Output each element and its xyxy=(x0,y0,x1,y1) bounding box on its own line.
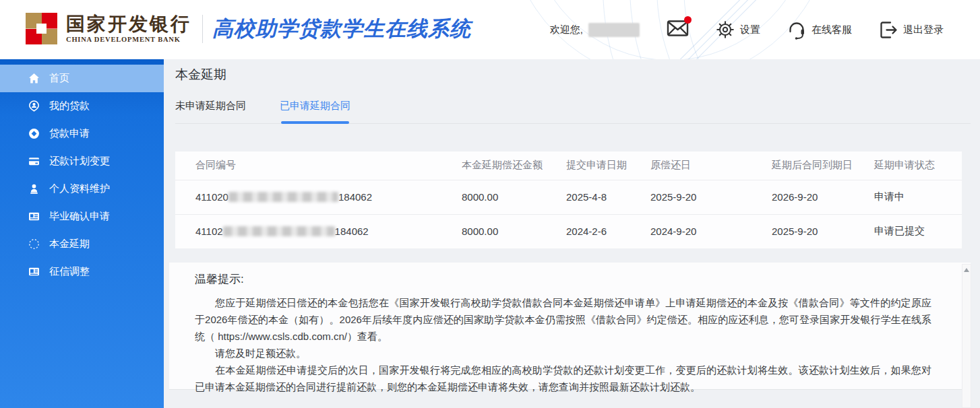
loan-apply-icon xyxy=(28,128,40,139)
sidebar-item-label: 我的贷款 xyxy=(49,100,90,112)
contract-number-cell: 41102184062 xyxy=(175,214,462,248)
contract-suffix: 184062 xyxy=(338,191,372,203)
amount-cell: 8000.00 xyxy=(462,180,566,214)
sidebar-item-repayment-plan[interactable]: 还款计划变更 xyxy=(0,147,164,175)
col-contract-number: 合同编号 xyxy=(175,151,462,180)
online-service-label: 在线客服 xyxy=(811,24,852,36)
status-cell: 申请中 xyxy=(874,180,962,214)
logout-icon xyxy=(879,21,898,39)
top-header: 国家开发银行 CHINA DEVELOPMENT BANK 高校助学贷款学生在线… xyxy=(0,0,980,59)
graduation-card-icon xyxy=(28,211,40,222)
contract-redacted-segment xyxy=(223,226,335,236)
notice-paragraph: 在本金延期偿还申请提交后的次日，国家开发银行将完成您相应的高校助学贷款的还款计划… xyxy=(195,362,931,395)
bank-name-en: CHINA DEVELOPMENT BANK xyxy=(66,36,191,43)
sidebar-item-label: 本金延期 xyxy=(49,238,90,250)
sidebar-item-graduation-confirm[interactable]: 毕业确认申请 xyxy=(0,203,164,230)
profile-icon xyxy=(28,183,40,195)
deferment-table-card: 合同编号 本金延期偿还金额 提交申请日期 原偿还日 延期后合同到期日 延期申请状… xyxy=(175,151,962,248)
contract-number-cell: 411020184062 xyxy=(175,180,462,214)
principal-deferment-icon xyxy=(28,238,40,250)
col-deferred-amount: 本金延期偿还金额 xyxy=(462,151,566,180)
table-row: 411020184062 8000.00 2025-4-8 2025-9-20 … xyxy=(175,180,962,214)
sidebar-item-principal-deferment[interactable]: 本金延期 xyxy=(0,230,164,258)
home-icon xyxy=(28,73,40,84)
credit-adjust-icon xyxy=(28,266,40,277)
sidebar-item-profile[interactable]: 个人资料维护 xyxy=(0,175,164,203)
amount-cell: 8000.00 xyxy=(462,214,566,248)
notice-paragraph: 您应于延期偿还日偿还的本金包括您在《国家开发银行高校助学贷款借款合同本金延期偿还… xyxy=(195,294,931,345)
sidebar-item-my-loans[interactable]: 我的贷款 xyxy=(0,92,164,120)
mail-button[interactable] xyxy=(667,20,689,40)
sidebar-nav: 首页 我的贷款 贷款申请 还款计划变更 个人资料维护 xyxy=(0,59,164,408)
submit-date-cell: 2025-4-8 xyxy=(566,180,650,214)
sidebar-item-label: 毕业确认申请 xyxy=(49,210,110,223)
system-title: 高校助学贷款学生在线系统 xyxy=(212,15,471,43)
tab-bar: 未申请延期合同 已申请延期合同 xyxy=(175,100,971,124)
table-row: 41102184062 8000.00 2024-2-6 2024-9-20 2… xyxy=(175,214,962,248)
sidebar-item-label: 还款计划变更 xyxy=(49,155,110,168)
col-application-status: 延期申请状态 xyxy=(874,151,962,180)
tab-not-applied-contracts[interactable]: 未申请延期合同 xyxy=(175,100,246,114)
settings-label: 设置 xyxy=(740,24,760,36)
status-cell: 申请已提交 xyxy=(874,214,962,248)
contract-prefix: 411020 xyxy=(195,191,228,203)
sidebar-item-credit-adjust[interactable]: 征信调整 xyxy=(0,258,164,285)
sidebar-item-label: 贷款申请 xyxy=(49,127,90,140)
sidebar-item-label: 首页 xyxy=(49,72,69,85)
submit-date-cell: 2024-2-6 xyxy=(566,214,650,248)
original-due-cell: 2025-9-20 xyxy=(650,180,772,214)
sidebar-item-home[interactable]: 首页 xyxy=(0,65,164,92)
repayment-plan-icon xyxy=(28,156,40,167)
brand-block: 国家开发银行 CHINA DEVELOPMENT BANK 高校助学贷款学生在线… xyxy=(26,13,471,44)
user-name-redacted xyxy=(588,23,640,37)
contract-redacted-segment xyxy=(228,192,338,202)
tab-applied-contracts[interactable]: 已申请延期合同 xyxy=(280,100,350,114)
contract-suffix: 184062 xyxy=(335,226,369,237)
notice-paragraph: 请您及时足额还款。 xyxy=(195,345,931,362)
sidebar-item-label: 征信调整 xyxy=(49,265,90,278)
welcome-label: 欢迎您, xyxy=(550,24,583,36)
notice-scrollbar[interactable] xyxy=(962,264,971,408)
settings-button[interactable]: 设置 xyxy=(716,20,760,39)
col-submit-date: 提交申请日期 xyxy=(566,151,650,180)
gear-icon xyxy=(716,20,735,39)
col-extended-due-date: 延期后合同到期日 xyxy=(772,151,874,180)
logout-button[interactable]: 退出登录 xyxy=(879,21,944,39)
table-header-row: 合同编号 本金延期偿还金额 提交申请日期 原偿还日 延期后合同到期日 延期申请状… xyxy=(175,151,962,180)
main-content: 本金延期 未申请延期合同 已申请延期合同 合同编号 本金延期偿还金额 提交申请日… xyxy=(164,59,980,408)
cdb-logo-icon xyxy=(26,13,57,44)
welcome-text: 欢迎您, xyxy=(550,23,640,37)
bank-name-cn: 国家开发银行 xyxy=(66,14,191,34)
notification-dot xyxy=(684,16,692,24)
notice-title: 温馨提示: xyxy=(195,271,931,287)
contract-prefix: 41102 xyxy=(195,226,223,237)
page-title: 本金延期 xyxy=(175,66,226,83)
my-loans-icon xyxy=(28,100,40,112)
brand-divider xyxy=(202,15,203,43)
headset-icon xyxy=(787,20,806,40)
deferment-table: 合同编号 本金延期偿还金额 提交申请日期 原偿还日 延期后合同到期日 延期申请状… xyxy=(175,151,962,248)
online-service-button[interactable]: 在线客服 xyxy=(787,20,852,40)
extended-due-cell: 2026-9-20 xyxy=(772,180,874,214)
scrollbar-up-arrow-icon[interactable] xyxy=(964,268,969,272)
extended-due-cell: 2025-9-20 xyxy=(772,214,874,248)
original-due-cell: 2024-9-20 xyxy=(650,214,772,248)
sidebar-item-label: 个人资料维护 xyxy=(49,182,110,195)
logout-label: 退出登录 xyxy=(903,24,944,36)
col-original-due-date: 原偿还日 xyxy=(650,151,772,180)
sidebar-item-loan-apply[interactable]: 贷款申请 xyxy=(0,120,164,147)
notice-panel: 温馨提示: 您应于延期偿还日偿还的本金包括您在《国家开发银行高校助学贷款借款合同… xyxy=(169,263,971,390)
